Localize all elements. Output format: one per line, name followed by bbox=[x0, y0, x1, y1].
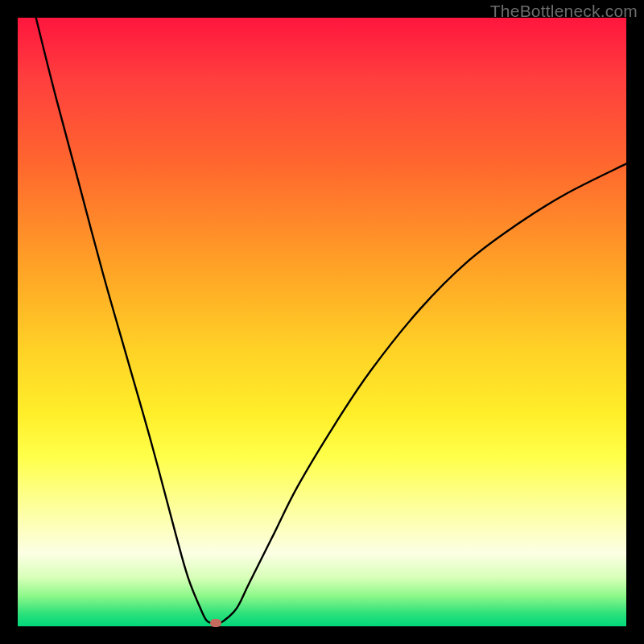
chart-plot-area bbox=[18, 18, 626, 626]
watermark-text: TheBottleneck.com bbox=[490, 2, 638, 21]
bottleneck-curve bbox=[18, 18, 626, 626]
optimal-point-marker bbox=[210, 619, 221, 627]
